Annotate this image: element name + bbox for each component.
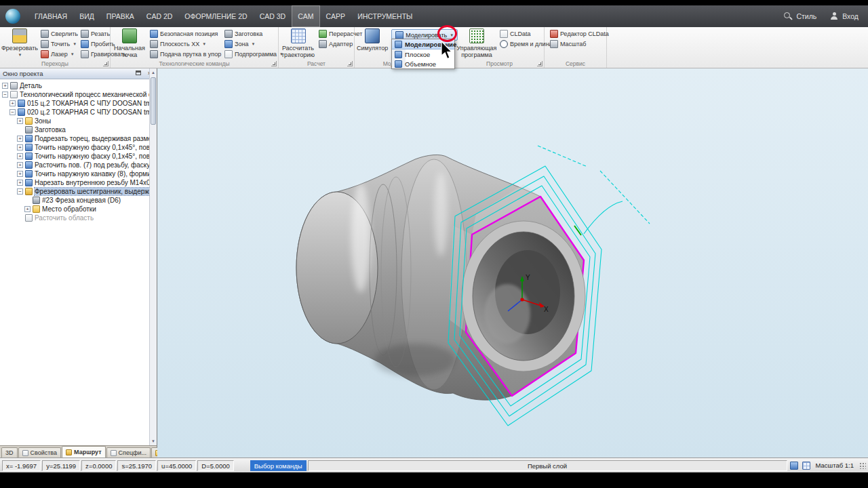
zone-button[interactable]: Зона▼ <box>222 39 274 49</box>
minus-expander-icon[interactable]: − <box>17 188 23 195</box>
calc-toolpath-button[interactable]: Рассчитать траекторию <box>281 28 315 58</box>
tree-item[interactable]: +015 ц.2 ТОКАРНАЯ С ЧПУ DOOSAN tm <box>0 99 157 108</box>
plus-expander-icon[interactable]: + <box>17 180 23 186</box>
stock-button[interactable]: Заготовка <box>222 28 274 39</box>
safe-position-button[interactable]: Безопасная позиция <box>148 28 221 39</box>
menu-tab-0[interactable]: ГЛАВНАЯ <box>28 5 73 27</box>
bottom-tabs: 3DСвойстваМаршрутСпецфи...Архив <box>0 445 157 458</box>
lathe-op-icon <box>25 152 33 160</box>
view-mode-icon[interactable] <box>790 462 798 470</box>
tree-item[interactable]: +Подрезать торец, выдерживая размер 20.5 <box>0 134 157 143</box>
model-icon <box>395 31 403 39</box>
tree-item[interactable]: +Зоны <box>0 117 157 125</box>
cldata-button[interactable]: CLData <box>498 28 542 39</box>
drill-button[interactable]: Сверлить▼ <box>39 28 77 39</box>
statusbar: x= -1.9697y=25.1199z=0.0000s=25.1970u=45… <box>0 458 868 472</box>
tree-item[interactable]: Заготовка <box>0 125 157 134</box>
menu-tab-4[interactable]: ОФОРМЛЕНИЕ 2D <box>178 5 253 27</box>
cldata-editor-icon <box>550 30 558 38</box>
punch-button[interactable]: Пробить <box>79 39 111 49</box>
subprogram-label: Подпрограмма <box>235 51 277 58</box>
menu-tab-1[interactable]: ВИД <box>73 5 100 27</box>
app-logo-icon[interactable] <box>5 9 20 24</box>
minus-expander-icon[interactable]: − <box>2 92 8 98</box>
menu-tab-5[interactable]: CAD 3D <box>254 5 292 27</box>
mill-op-icon <box>25 188 33 195</box>
tree-item[interactable]: #23 Фреза концевая (D6) <box>0 196 157 205</box>
cldata-editor-button[interactable]: Редактор CLData <box>548 28 605 39</box>
turn-button[interactable]: Точить▼ <box>39 39 77 49</box>
grid-icon[interactable] <box>802 462 810 470</box>
status-layer: Первый слой <box>308 460 787 471</box>
nc-program-button[interactable]: Управляющая программа <box>457 28 496 58</box>
menu-tab-8[interactable]: ИНСТРУМЕНТЫ <box>351 5 418 27</box>
status-field-5: D=5.0000 <box>197 460 233 471</box>
letterbox-bottom <box>0 472 868 488</box>
bottom-tab-1[interactable]: Свойства <box>18 447 62 458</box>
tree-item-label: Расточить пов. (7) под резьбу, фаску 0,1… <box>35 161 157 169</box>
resize-grip-icon[interactable] <box>859 462 866 469</box>
plus-expander-icon[interactable]: + <box>24 206 31 212</box>
tree-item[interactable]: +Нарезать внутреннюю резьбу М14х0.5-6Н <box>0 178 157 187</box>
tree-item-label: Точить наружную фаску 0,1х45°, пов. (6),… <box>35 144 157 151</box>
viewport-3d[interactable]: Y X <box>157 68 868 458</box>
plane-button[interactable]: Плоскость XX▼ <box>148 39 221 49</box>
menu-tab-7[interactable]: CAPP <box>320 5 352 27</box>
tree-item[interactable]: +Точить наружную канавку (8), формируя R <box>0 169 157 178</box>
menu-tab-6[interactable]: CAM <box>292 5 319 27</box>
plus-expander-icon[interactable]: + <box>17 144 23 150</box>
tree-item[interactable]: +Место обработки <box>0 205 157 214</box>
tree-item[interactable]: −Фрезеровать шестигранник, выдерживая р <box>0 187 157 196</box>
plus-expander-icon[interactable]: + <box>17 153 23 159</box>
tree-item[interactable]: Расточить область <box>0 214 157 222</box>
time-length-button[interactable]: Время и длина <box>498 39 542 49</box>
scrollbar-thumb[interactable] <box>151 77 156 125</box>
tree-scrollbar[interactable]: ▲ ▼ <box>149 68 157 445</box>
bottom-tab-label: Свойства <box>31 449 58 456</box>
bottom-tab-2[interactable]: Маршрут <box>62 446 106 458</box>
tree-item[interactable]: +Расточить пов. (7) под резьбу, фаску 0,… <box>0 161 157 169</box>
cut-button[interactable]: Резать <box>79 28 111 39</box>
adapter-button[interactable]: Адаптер <box>317 39 352 49</box>
scale-button[interactable]: Масштаб <box>548 39 605 49</box>
plus-expander-icon[interactable]: + <box>17 118 23 124</box>
plus-expander-icon[interactable]: + <box>9 100 16 106</box>
simulator-button[interactable]: Симулятор <box>357 28 388 58</box>
project-panel: Окно проекта × +Деталь−Технологический п… <box>0 68 157 445</box>
scroll-down-icon[interactable]: ▼ <box>150 438 157 445</box>
recalc-button[interactable]: Перерасчет <box>317 28 352 39</box>
minus-expander-icon[interactable]: − <box>9 109 16 115</box>
tree-item[interactable]: +Точить наружную фаску 0,1х45°, пов. (6)… <box>0 143 157 152</box>
plus-expander-icon[interactable]: + <box>2 83 8 89</box>
plus-expander-icon[interactable]: + <box>17 171 23 177</box>
bar-feed-button[interactable]: Подача прутка в упор▼ <box>148 49 221 59</box>
user-icon[interactable] <box>830 12 838 20</box>
stock-label: Заготовка <box>235 30 262 37</box>
start-point-label: Начальная точка <box>113 45 146 58</box>
mill-button[interactable]: Фрезеровать ▼ <box>2 28 37 58</box>
dock-icon[interactable] <box>134 70 142 78</box>
plus-expander-icon[interactable]: + <box>17 136 23 142</box>
lathe-op-icon <box>25 161 33 169</box>
style-label[interactable]: Стиль <box>796 12 816 20</box>
engrave-button[interactable]: Гравировать <box>79 49 111 59</box>
start-point-button[interactable]: Начальная точка <box>113 28 146 58</box>
status-field-0: x= -1.9697 <box>2 460 41 471</box>
axis-y-label: Y <box>526 274 530 281</box>
part-model[interactable] <box>296 155 585 400</box>
tree-item[interactable]: +Точить наружную фаску 0,1х45°, пов. (6)… <box>0 152 157 161</box>
tree-item[interactable]: −Технологический процесс механической об… <box>0 90 157 99</box>
scroll-up-icon[interactable]: ▲ <box>150 69 157 76</box>
laser-button[interactable]: Лазер▼ <box>39 49 77 59</box>
tree-item[interactable]: +Деталь <box>0 81 157 90</box>
plus-expander-icon[interactable]: + <box>17 162 23 168</box>
login-label[interactable]: Вход <box>842 12 859 20</box>
menu-tab-3[interactable]: CAD 2D <box>140 5 179 27</box>
menu-tab-2[interactable]: ПРАВКА <box>100 5 140 27</box>
bottom-tab-0[interactable]: 3D <box>1 447 18 458</box>
spec-icon <box>111 450 117 456</box>
search-icon[interactable] <box>784 12 792 20</box>
subprogram-button[interactable]: Подпрограмма▼ <box>222 49 274 59</box>
tree-item[interactable]: −020 ц.2 ТОКАРНАЯ С ЧПУ DOOSAN tm <box>0 108 157 117</box>
bottom-tab-3[interactable]: Спецфи... <box>106 447 151 458</box>
